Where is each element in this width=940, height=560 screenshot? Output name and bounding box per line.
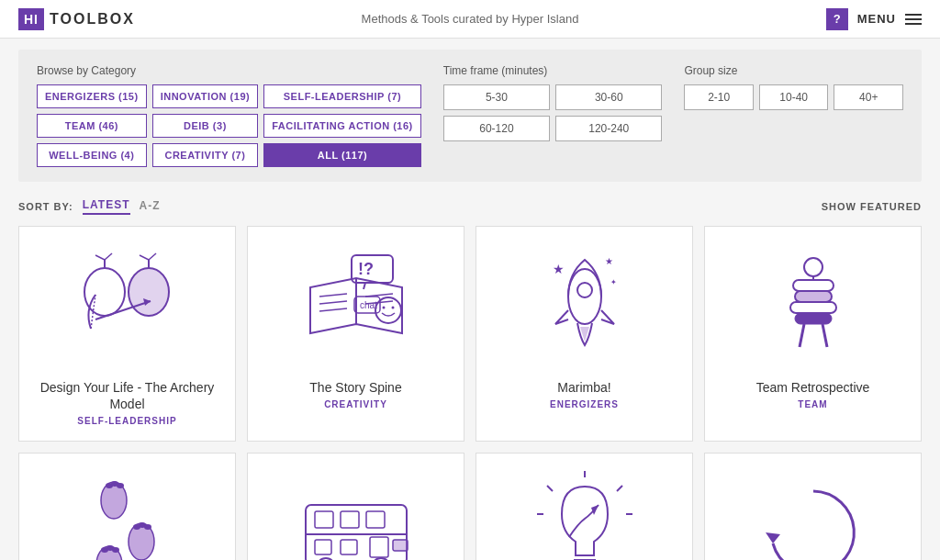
cat-btn-well-being[interactable]: WELL-BEING (4) — [37, 143, 147, 167]
time-btn-30-60[interactable]: 30-60 — [555, 84, 662, 110]
cat-btn-all[interactable]: ALL (117) — [263, 143, 421, 167]
card-icon-7 — [720, 468, 906, 560]
svg-rect-56 — [341, 540, 357, 554]
time-btn-5-30[interactable]: 5-30 — [443, 84, 550, 110]
cat-btn-innovation[interactable]: INNOVATION (19) — [152, 84, 259, 108]
timeframe-section: Time frame (minutes) 5-3030-6060-120120-… — [443, 64, 663, 141]
svg-rect-57 — [370, 537, 388, 557]
svg-point-45 — [144, 524, 151, 530]
filter-panel: Browse by Category ENERGIZERS (15)INNOVA… — [18, 50, 922, 182]
card-grid: Design Your Life - The Archery Model SEL… — [0, 226, 940, 560]
card-category-1: CREATIVITY — [324, 399, 387, 409]
group-btn-40plus[interactable]: 40+ — [834, 84, 903, 110]
time-grid: 5-3030-6060-120120-240 — [443, 84, 663, 141]
card-icon-0 — [34, 241, 220, 370]
filter-row: Browse by Category ENERGIZERS (15)INNOVA… — [37, 64, 903, 167]
cat-btn-facilitating-action[interactable]: FACILITATING ACTION (16) — [263, 114, 421, 138]
svg-point-22 — [391, 307, 394, 309]
svg-rect-30 — [795, 313, 832, 324]
card-5[interactable]: The Learning Bus TEAM — [247, 453, 464, 560]
svg-point-41 — [117, 483, 124, 488]
group-grid: 2-1010-4040+ — [684, 84, 903, 110]
svg-line-7 — [149, 253, 156, 260]
card-icon-5 — [263, 468, 449, 560]
svg-line-12 — [319, 294, 347, 297]
time-btn-120-240[interactable]: 120-240 — [555, 116, 662, 141]
card-title-0: Design Your Life - The Archery Model — [34, 379, 220, 412]
menu-label[interactable]: MENU — [857, 12, 896, 26]
svg-rect-33 — [793, 280, 834, 291]
svg-line-67 — [547, 486, 553, 491]
cat-btn-creativity[interactable]: CREATIVITY (7) — [152, 143, 259, 167]
card-2[interactable]: ★ ★ ✦ Marimba! ENERGIZERS — [476, 226, 693, 442]
help-button[interactable]: ? — [826, 8, 848, 30]
svg-rect-31 — [790, 302, 836, 313]
svg-point-36 — [804, 258, 822, 276]
svg-point-0 — [84, 268, 125, 316]
svg-line-19 — [364, 283, 365, 289]
logo-area: HI TOOLBOX — [18, 8, 135, 30]
svg-rect-52 — [315, 511, 333, 528]
card-6[interactable]: Growth Mindset SELF-LEADERSHIP — [476, 453, 693, 560]
svg-rect-55 — [315, 540, 331, 554]
header-right: ? MENU — [826, 8, 922, 30]
group-btn-10-40[interactable]: 10-40 — [759, 84, 829, 110]
svg-marker-65 — [591, 505, 599, 515]
svg-line-35 — [822, 324, 827, 347]
svg-point-4 — [129, 268, 169, 316]
time-btn-60-120[interactable]: 60-120 — [443, 116, 550, 141]
svg-text:chat: chat — [360, 300, 377, 310]
groupsize-label: Group size — [684, 64, 903, 77]
card-1[interactable]: !? chat The Story Spine CREATIVITY — [247, 226, 464, 442]
svg-text:★: ★ — [553, 262, 565, 276]
card-7[interactable]: Full Circle TEAM — [704, 453, 922, 560]
svg-text:★: ★ — [605, 256, 613, 266]
groupsize-section: Group size 2-1010-4040+ — [684, 64, 903, 110]
sort-az[interactable]: A-Z — [140, 199, 161, 214]
card-category-0: SELF-LEADERSHIP — [77, 416, 176, 426]
svg-text:✦: ✦ — [610, 278, 617, 286]
sort-label: SORT BY: — [18, 201, 73, 212]
hamburger-icon[interactable] — [905, 14, 922, 25]
card-icon-6 — [491, 468, 677, 560]
svg-line-14 — [319, 308, 347, 311]
card-title-1: The Story Spine — [309, 379, 401, 396]
card-title-3: Team Retrospective — [756, 379, 870, 396]
svg-line-3 — [105, 253, 112, 260]
cat-btn-self-leadership[interactable]: SELF-LEADERSHIP (7) — [263, 84, 421, 108]
card-icon-2: ★ ★ ✦ — [491, 241, 677, 370]
svg-text:!?: !? — [358, 260, 374, 278]
header: HI TOOLBOX Methods & Tools curated by Hy… — [0, 0, 940, 39]
svg-line-2 — [95, 255, 105, 260]
cat-btn-energizers[interactable]: ENERGIZERS (15) — [37, 84, 147, 108]
category-grid: ENERGIZERS (15)INNOVATION (19)SELF-LEADE… — [37, 84, 421, 167]
svg-rect-54 — [366, 511, 385, 528]
cat-btn-deib[interactable]: DEIB (3) — [152, 114, 259, 138]
card-title-2: Marimba! — [557, 379, 610, 396]
card-category-2: ENERGIZERS — [550, 399, 619, 409]
svg-line-13 — [319, 301, 347, 304]
sort-left: SORT BY: LATEST A-Z — [18, 198, 161, 215]
card-3[interactable]: Team Retrospective TEAM — [704, 226, 922, 442]
header-subtitle: Methods & Tools curated by Hyper Island — [362, 12, 579, 26]
logo-hi: HI — [18, 8, 44, 30]
sort-latest[interactable]: LATEST — [83, 198, 130, 215]
svg-point-21 — [382, 307, 385, 309]
card-icon-1: !? chat — [263, 241, 449, 370]
show-featured-button[interactable]: SHOW FEATURED — [822, 201, 922, 212]
card-icon-4 — [34, 468, 220, 560]
card-category-3: TEAM — [798, 399, 827, 409]
browse-label: Browse by Category — [37, 64, 421, 77]
card-0[interactable]: Design Your Life - The Archery Model SEL… — [18, 226, 236, 442]
svg-rect-62 — [393, 540, 408, 551]
cat-btn-team[interactable]: TEAM (46) — [37, 114, 147, 138]
card-icon-3 — [720, 241, 906, 370]
category-section: Browse by Category ENERGIZERS (15)INNOVA… — [37, 64, 421, 167]
svg-rect-53 — [341, 511, 359, 528]
card-4[interactable]: Walk & Talk ENERGIZERS — [18, 453, 236, 560]
group-btn-2-10[interactable]: 2-10 — [684, 84, 754, 110]
logo-text: TOOLBOX — [50, 11, 135, 28]
svg-rect-32 — [795, 291, 832, 302]
svg-point-26 — [577, 283, 592, 297]
timeframe-label: Time frame (minutes) — [443, 64, 663, 77]
